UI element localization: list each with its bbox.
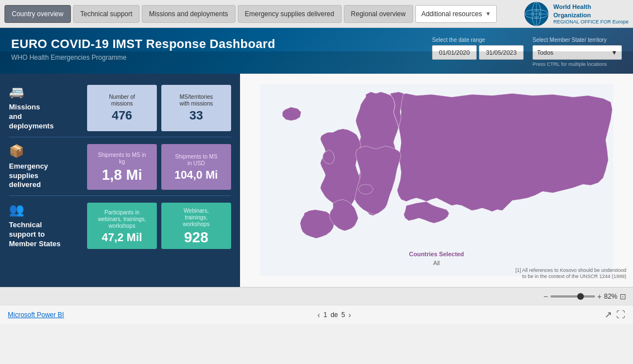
member-state-group: Select Member State/ territory Todos ▼ P… [533,37,622,67]
shipments-usd-value: 104,0 Mi [175,169,218,180]
date-range-group: Select the date range 01/01/2020 31/05/2… [432,37,524,60]
people-icon: 👥 [9,203,24,217]
nav-additional-resources[interactable]: Additional resources ▼ [415,5,497,23]
prev-page-button[interactable]: ‹ [318,310,320,319]
missions-territories-label: MS/territorieswith missions [180,94,213,107]
ctrl-hint: Press CTRL for multiple locations [533,61,622,67]
next-page-button[interactable]: › [348,310,351,319]
header-title-block: EURO COVID-19 IMST Response Dashboard WH… [11,37,275,61]
missions-cards: Number ofmissions 476 MS/territorieswith… [87,85,231,131]
bottom-toolbar: − + 82% ⊡ [0,287,633,305]
missions-label: Missionsanddeployments [9,103,54,131]
who-logo-icon [524,2,549,26]
zoom-percent: 82% [604,293,617,300]
webinars-label: Webinars,trainings,workshops [183,208,210,228]
shipments-usd-label: Shipments to MSin USD [175,154,217,167]
fullscreen-button[interactable]: ⛶ [616,309,625,320]
page-total: 5 [342,311,346,319]
page-separator: de [330,311,338,319]
emergency-row: 📦 Emergencysuppliesdelivered Shipments t… [9,138,231,197]
header-band: EURO COVID-19 IMST Response Dashboard WH… [0,28,633,74]
share-button[interactable]: ↗ [605,309,612,320]
dashboard-title: EURO COVID-19 IMST Response Dashboard [11,37,275,51]
date-end-input[interactable]: 31/05/2023 [479,45,524,60]
chevron-down-icon: ▼ [611,49,617,56]
europe-map-svg: Countries Selected All [240,84,633,276]
zoom-slider[interactable] [550,295,595,298]
map-area: Countries Selected All [1] All reference… [240,74,633,287]
nav-country-overview[interactable]: Country overview [4,5,71,23]
pagination: ‹ 1 de 5 › [318,310,351,319]
zoom-thumb [577,293,584,300]
missions-count-card: Number ofmissions 476 [87,85,157,131]
footer: Microsoft Power BI ‹ 1 de 5 › ↗ ⛶ [0,305,633,324]
member-state-label: Select Member State/ territory [533,37,622,43]
participants-card: Participants inwebinars, trainings,works… [87,203,157,249]
webinars-card: Webinars,trainings,workshops 928 [161,203,231,249]
shipments-kg-card: Shipments to MS inkg 1,8 Mi [87,144,157,190]
date-range-label: Select the date range [432,37,524,43]
shipments-kg-label: Shipments to MS inkg [98,152,146,165]
nav-technical-support[interactable]: Technical support [73,5,140,23]
content-area: 🚐 Missionsanddeployments Number ofmissio… [0,74,633,287]
zoom-minus-button[interactable]: − [544,292,548,301]
zoom-controls: − + 82% ⊡ [544,292,626,301]
emergency-icon-label: 📦 Emergencysuppliesdelivered [9,144,81,190]
member-state-select[interactable]: Todos ▼ [533,45,622,60]
emergency-label: Emergencysuppliesdelivered [9,162,48,190]
participants-label: Participants inwebinars, trainings,works… [98,209,146,229]
missions-row: 🚐 Missionsanddeployments Number ofmissio… [9,79,231,137]
missions-territories-card: MS/territorieswith missions 33 [161,85,231,131]
missions-count-label: Number ofmissions [109,94,135,107]
webinars-value: 928 [184,230,208,245]
technical-label: Technicalsupport toMember States [9,221,60,249]
date-inputs: 01/01/2020 31/05/2023 [432,45,524,60]
dashboard-subtitle: WHO Health Emergencies Programme [11,54,275,61]
header-controls: Select the date range 01/01/2020 31/05/2… [432,37,622,67]
shipments-kg-value: 1,8 Mi [102,167,142,182]
who-region: REGIONAL OFFICE FOR Europe [553,19,629,25]
left-panel: 🚐 Missionsanddeployments Number ofmissio… [0,74,240,287]
nav-regional-overview[interactable]: Regional overview [344,5,413,23]
van-icon: 🚐 [9,85,24,99]
nav-missions-deployments[interactable]: Missions and deployments [142,5,235,23]
box-icon: 📦 [9,144,24,159]
svg-text:All: All [433,260,440,266]
top-nav: Country overview Technical support Missi… [0,0,633,28]
participants-value: 47,2 Mil [102,232,142,243]
map-container[interactable]: Countries Selected All [1] All reference… [240,74,633,287]
who-name: World HealthOrganization [553,3,629,19]
fit-screen-button[interactable]: ⊡ [620,292,626,301]
technical-icon-label: 👥 Technicalsupport toMember States [9,203,81,249]
missions-icon-label: 🚐 Missionsanddeployments [9,85,81,131]
power-bi-link[interactable]: Microsoft Power BI [8,311,64,319]
zoom-plus-button[interactable]: + [597,292,602,301]
technical-row: 👥 Technicalsupport toMember States Parti… [9,197,231,255]
date-start-input[interactable]: 01/01/2020 [432,45,477,60]
who-logo: World HealthOrganization REGIONAL OFFICE… [524,2,629,26]
missions-territories-value: 33 [189,109,203,122]
page-current: 1 [323,311,327,319]
nav-emergency-supplies[interactable]: Emergency supplies delivered [238,5,342,23]
footer-actions: ↗ ⛶ [605,309,625,320]
shipments-usd-card: Shipments to MSin USD 104,0 Mi [161,144,231,190]
emergency-cards: Shipments to MS inkg 1,8 Mi Shipments to… [87,144,231,190]
missions-count-value: 476 [112,109,132,122]
chevron-down-icon: ▼ [485,11,491,17]
svg-text:Countries Selected: Countries Selected [409,251,464,257]
member-state-value: Todos [537,49,553,56]
technical-cards: Participants inwebinars, trainings,works… [87,203,231,249]
map-footnote: [1] All references to Kosovo should be u… [515,267,626,280]
